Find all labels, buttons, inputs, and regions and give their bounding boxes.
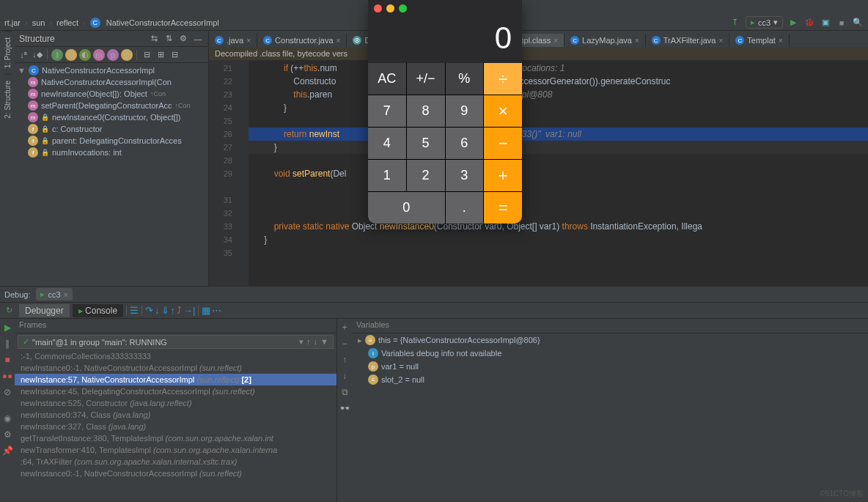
minimize-icon[interactable] xyxy=(386,4,394,12)
variable-row[interactable]: pvar1 = null xyxy=(352,360,868,373)
stack-frame[interactable]: getTransletInstance:380, TemplatesImpl (… xyxy=(15,432,336,444)
code-line[interactable]: this.paren DelegatingConstructorAccessor… xyxy=(249,88,868,101)
calc-key-÷[interactable]: ÷ xyxy=(484,63,522,95)
code-body[interactable]: if (++this.num ry.inflationThreshold()) … xyxy=(249,60,868,286)
up-icon[interactable]: ↑ xyxy=(339,354,350,366)
remove-watch-icon[interactable]: − xyxy=(339,338,350,350)
chevron-down-icon[interactable]: ▾ xyxy=(299,337,304,347)
gear-icon[interactable]: ⚙ xyxy=(177,33,189,45)
trace-icon[interactable]: ⋯ xyxy=(212,305,221,316)
code-line[interactable] xyxy=(249,193,868,207)
code-line[interactable] xyxy=(249,114,868,128)
tree-member[interactable]: m🔒newInstance0(Constructor, Object[]) xyxy=(15,111,208,123)
calc-key-−[interactable]: − xyxy=(484,128,522,159)
tree-member[interactable]: mNativeConstructorAccessorImpl(Con xyxy=(15,76,208,88)
code-line[interactable]: Constructo ctorAccessorImpl)(new MethodA… xyxy=(249,75,868,88)
calc-key-2[interactable]: 2 xyxy=(407,160,445,191)
crumb-reflect[interactable]: reflect xyxy=(56,18,78,27)
editor-tab[interactable]: CConstructor.java× xyxy=(257,34,347,47)
stack-frame[interactable]: newInstance:45, DelegatingConstructorAcc… xyxy=(15,385,336,397)
tree-member[interactable]: msetParent(DelegatingConstructorAcc↑Con xyxy=(15,100,208,111)
step-into-icon[interactable]: ↓ xyxy=(155,305,160,316)
structure-collapse-icon[interactable]: ⇅ xyxy=(163,33,174,45)
run-to-cursor-icon[interactable]: →| xyxy=(183,305,195,316)
search-everywhere-icon[interactable]: 🔍 xyxy=(852,17,864,29)
filter-m-icon[interactable]: m xyxy=(93,49,105,61)
close-icon[interactable]: × xyxy=(336,37,341,45)
down-icon[interactable]: ↓ xyxy=(339,370,350,382)
calc-key-5[interactable]: 5 xyxy=(407,128,445,159)
stack-frame[interactable]: newInstance0:-1, NativeConstructorAccess… xyxy=(15,468,336,479)
close-icon[interactable] xyxy=(374,4,382,12)
calc-key-%[interactable]: % xyxy=(446,63,484,95)
thread-dump-icon[interactable]: ◉ xyxy=(1,413,13,424)
code-editor[interactable]: 212223242526272829 3132333435 if (++this… xyxy=(209,60,868,286)
calc-key-3[interactable]: 3 xyxy=(446,160,484,191)
tree-member[interactable]: mnewInstance(Object[]): Object↑Con xyxy=(15,88,208,100)
force-step-into-icon[interactable]: ⇓ xyxy=(161,305,169,316)
editor-tab[interactable]: CTemplat× xyxy=(729,34,789,47)
calc-key-7[interactable]: 7 xyxy=(368,95,406,127)
close-icon[interactable]: × xyxy=(246,37,251,45)
calc-key-.[interactable]: . xyxy=(446,192,484,224)
copy-icon[interactable]: ⧉ xyxy=(339,386,350,398)
calc-key-9[interactable]: 9 xyxy=(446,95,484,127)
next-frame-icon[interactable]: ↓ xyxy=(314,337,318,347)
run-icon[interactable]: ▶ xyxy=(787,17,799,29)
code-line[interactable]: return newInst ic CommonsCollections3333… xyxy=(249,128,868,141)
code-line[interactable]: } xyxy=(249,233,868,246)
debug-icon[interactable]: 🐞 xyxy=(803,17,815,29)
collapse-all-icon[interactable]: ⊟ xyxy=(169,49,180,61)
pin-icon[interactable]: 📌 xyxy=(1,445,13,457)
stack-frame[interactable]: :64, TrAXFilter (com.sun.org.apache.xala… xyxy=(15,456,336,468)
code-line[interactable]: } xyxy=(249,141,868,154)
drop-frame-icon[interactable]: ⤴ xyxy=(177,305,182,316)
breakpoints-icon[interactable]: ●● xyxy=(1,370,13,382)
code-line[interactable] xyxy=(249,207,868,220)
stack-frame[interactable]: newInstance:525, Constructor (java.lang.… xyxy=(15,397,336,409)
coverage-icon[interactable]: ▣ xyxy=(820,17,831,29)
structure-expand-icon[interactable]: ⇆ xyxy=(148,33,160,45)
stack-frame[interactable]: newInstance:57, NativeConstructorAccesso… xyxy=(15,374,336,385)
editor-tab[interactable]: C.java× xyxy=(209,34,257,47)
calc-key-AC[interactable]: AC xyxy=(368,63,406,95)
evaluate-icon[interactable]: ▦ xyxy=(202,305,210,316)
pause-icon[interactable]: ∥ xyxy=(1,338,13,350)
code-line[interactable] xyxy=(249,246,868,259)
stack-frame[interactable]: :-1, CommonsCollections333333333 xyxy=(15,350,336,362)
calc-key-+[interactable]: + xyxy=(484,160,522,191)
editor-tab[interactable]: CTrAXFilter.java× xyxy=(646,34,730,47)
build-icon[interactable]: ⤒ xyxy=(729,17,741,29)
filter-f-icon[interactable]: f xyxy=(121,49,133,61)
crumb-sun[interactable]: sun xyxy=(32,18,45,27)
code-line[interactable] xyxy=(249,154,868,167)
autoscroll-icon[interactable]: ⊟ xyxy=(141,49,152,61)
show-exec-point-icon[interactable]: ☰ xyxy=(130,305,139,316)
code-line[interactable]: } xyxy=(249,101,868,114)
thread-selector[interactable]: ✓ "main"@1 in group "main": RUNNING ▾ ↑ … xyxy=(18,335,334,349)
calc-key-6[interactable]: 6 xyxy=(446,128,484,159)
calc-key-4[interactable]: 4 xyxy=(368,128,406,159)
variable-row[interactable]: ≡slot_2 = null xyxy=(352,373,868,386)
stack-frame[interactable]: newTransformer:410, TemplatesImpl (com.s… xyxy=(15,444,336,456)
code-line[interactable]: private static native Object newInstance… xyxy=(249,220,868,233)
filter-lambda-icon[interactable]: λ xyxy=(65,49,77,61)
resume-icon[interactable]: ▶ xyxy=(1,322,13,333)
tree-root[interactable]: ▼ C NativeConstructorAccessorImpl xyxy=(15,64,208,76)
crumb-rtjar[interactable]: rt.jar xyxy=(4,18,21,27)
expand-all-icon[interactable]: ⊞ xyxy=(155,49,166,61)
stack-frame[interactable]: newInstance0:374, Class (java.lang) xyxy=(15,409,336,421)
step-over-icon[interactable]: ↷ xyxy=(145,305,153,316)
sort-vis-icon[interactable]: ↓◆ xyxy=(32,49,43,61)
filter-p-icon[interactable]: p xyxy=(107,49,119,61)
variable-row[interactable]: iVariables debug info not available xyxy=(352,347,868,360)
filter-anon-icon[interactable]: ◐ xyxy=(79,49,91,61)
new-watch-icon[interactable]: + xyxy=(339,322,350,333)
calc-key-+/−[interactable]: +/− xyxy=(407,63,445,95)
filter-i-icon[interactable]: I xyxy=(51,49,63,61)
code-line[interactable] xyxy=(249,180,868,193)
calc-key-=[interactable]: = xyxy=(484,192,522,224)
close-icon[interactable]: × xyxy=(779,37,783,45)
editor-tab[interactable]: CLazyMap.java× xyxy=(564,34,646,47)
close-icon[interactable]: × xyxy=(718,37,723,45)
